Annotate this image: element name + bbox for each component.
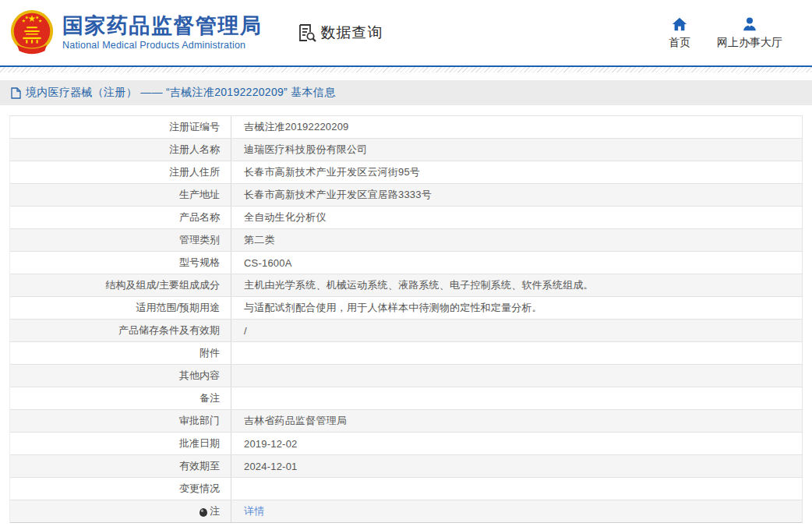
table-row: 产品名称全自动生化分析仪 (10, 207, 802, 229)
table-row: 有效期至2024-12-01 (10, 455, 802, 478)
table-row: 注册证编号吉械注准20192220209 (10, 116, 802, 139)
row-label: 型号规格 (10, 252, 231, 274)
row-label: 变更情况 (10, 478, 231, 500)
table-row: 其他内容 (10, 365, 802, 387)
breadcrumb: 境内医疗器械（注册） —— “吉械注准20192220209” 基本信息 (0, 80, 812, 105)
table-row: 批准日期2019-12-02 (10, 433, 802, 455)
table-row: 产品储存条件及有效期/ (10, 320, 802, 342)
row-label: 结构及组成/主要组成成分 (10, 274, 231, 296)
page-icon (11, 87, 21, 99)
row-value: 吉林省药品监督管理局 (231, 410, 347, 432)
nav-home-label: 首页 (669, 36, 690, 50)
person-icon (741, 16, 758, 33)
row-label: 注册证编号 (10, 116, 231, 138)
nav-home[interactable]: 首页 (669, 16, 690, 50)
table-row: 附件 (10, 342, 802, 365)
row-value (231, 478, 244, 500)
nmpa-logo[interactable]: 国家药品监督管理局 National Medical Products Admi… (0, 2, 263, 63)
table-row: 注册人名称迪瑞医疗科技股份有限公司 (10, 139, 802, 161)
row-value: 2024-12-01 (231, 455, 298, 477)
row-value: 长春市高新技术产业开发区宜居路3333号 (231, 184, 432, 206)
row-value: 2019-12-02 (231, 433, 298, 454)
row-label: 附件 (10, 342, 231, 364)
row-value: 全自动生化分析仪 (231, 207, 327, 228)
row-label: 管理类别 (10, 229, 231, 251)
stripe-divider (0, 67, 812, 72)
national-emblem-icon (8, 9, 56, 57)
row-label: 备注 (10, 387, 231, 409)
breadcrumb-text: 境内医疗器械（注册） —— “吉械注准20192220209” 基本信息 (26, 86, 335, 100)
table-row: 生产地址长春市高新技术产业开发区宜居路3333号 (10, 184, 802, 207)
brand-block: 国家药品监督管理局 National Medical Products Admi… (62, 15, 263, 51)
row-label: 产品储存条件及有效期 (10, 320, 231, 341)
row-value: 详情 (231, 500, 264, 522)
row-label: 审批部门 (10, 410, 231, 432)
home-icon (671, 16, 688, 33)
document-search-icon (297, 23, 317, 43)
table-row: 注册人住所长春市高新技术产业开发区云河街95号 (10, 161, 802, 184)
row-label: 注册人住所 (10, 161, 231, 183)
row-value: 与适配试剂配合使用，用于人体样本中待测物的定性和定量分析。 (231, 297, 542, 319)
data-query-label: 数据查询 (321, 23, 383, 43)
header-nav: 首页 网上办事大厅 (669, 16, 782, 50)
table-row: 注详情 (10, 500, 802, 523)
site-subtitle: National Medical Products Administration (62, 40, 263, 51)
row-value: 长春市高新技术产业开发区云河街95号 (231, 161, 420, 183)
table-row: 变更情况 (10, 478, 802, 500)
row-label: 注 (10, 500, 231, 522)
info-table: 注册证编号吉械注准20192220209注册人名称迪瑞医疗科技股份有限公司注册人… (9, 115, 803, 523)
row-label: 产品名称 (10, 207, 231, 228)
bulb-icon (199, 508, 207, 517)
detail-link[interactable]: 详情 (244, 504, 264, 518)
nav-online-hall[interactable]: 网上办事大厅 (717, 16, 782, 50)
row-label: 生产地址 (10, 184, 231, 206)
table-row: 结构及组成/主要组成成分主机由光学系统、机械运动系统、液路系统、电子控制系统、软… (10, 274, 802, 297)
table-row: 审批部门吉林省药品监督管理局 (10, 410, 802, 433)
table-row: 型号规格CS-1600A (10, 252, 802, 274)
page-header: 国家药品监督管理局 National Medical Products Admi… (0, 0, 812, 65)
site-title: 国家药品监督管理局 (62, 15, 263, 38)
row-label: 有效期至 (10, 455, 231, 477)
row-value (231, 342, 244, 364)
row-value: / (231, 320, 247, 341)
row-value: CS-1600A (231, 252, 292, 274)
nav-hall-label: 网上办事大厅 (717, 36, 782, 50)
table-row: 适用范围/预期用途与适配试剂配合使用，用于人体样本中待测物的定性和定量分析。 (10, 297, 802, 320)
row-label: 批准日期 (10, 433, 231, 454)
data-query-entry[interactable]: 数据查询 (297, 23, 383, 43)
row-value: 主机由光学系统、机械运动系统、液路系统、电子控制系统、软件系统组成。 (231, 274, 594, 296)
row-label: 适用范围/预期用途 (10, 297, 231, 319)
row-value: 吉械注准20192220209 (231, 116, 349, 138)
row-label: 注册人名称 (10, 139, 231, 161)
row-value (231, 387, 244, 409)
row-value (231, 365, 244, 387)
row-label: 其他内容 (10, 365, 231, 387)
row-value: 第二类 (231, 229, 275, 251)
row-value: 迪瑞医疗科技股份有限公司 (231, 139, 367, 161)
table-row: 备注 (10, 387, 802, 410)
table-row: 管理类别第二类 (10, 229, 802, 252)
